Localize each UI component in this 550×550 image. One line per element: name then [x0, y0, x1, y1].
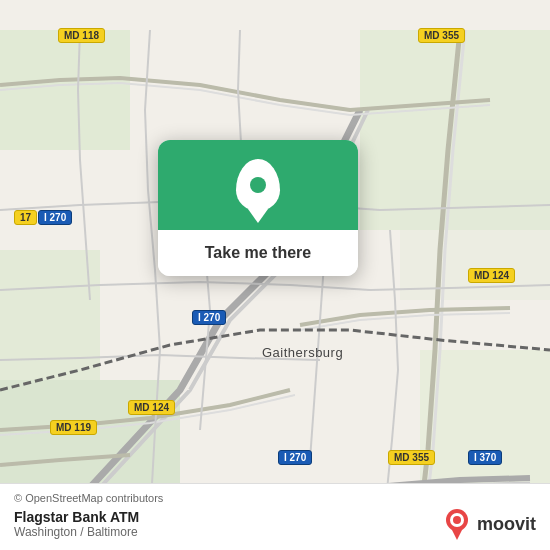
svg-point-9 [453, 516, 461, 524]
location-name: Flagstar Bank ATM [14, 509, 139, 525]
location-pin [234, 161, 282, 209]
road-badge-md119: MD 119 [50, 420, 97, 435]
road-badge-md355-bot: MD 355 [388, 450, 435, 465]
location-info: Flagstar Bank ATM Washington / Baltimore… [14, 508, 536, 540]
svg-marker-10 [451, 528, 463, 540]
location-details: Flagstar Bank ATM Washington / Baltimore [14, 509, 139, 539]
bottom-bar: © OpenStreetMap contributors Flagstar Ba… [0, 483, 550, 550]
svg-rect-0 [0, 30, 130, 150]
road-badge-i270-left: I 270 [38, 210, 72, 225]
moovit-text: moovit [477, 514, 536, 535]
city-label: Gaithersburg [262, 345, 343, 360]
road-badge-i270-bot: I 270 [278, 450, 312, 465]
road-badge-md124-right: MD 124 [468, 268, 515, 283]
location-region: Washington / Baltimore [14, 525, 139, 539]
road-badge-md118: MD 118 [58, 28, 105, 43]
map-attribution: © OpenStreetMap contributors [14, 492, 536, 504]
pin-dot [250, 177, 266, 193]
popup-header [158, 140, 358, 230]
road-badge-i370: I 370 [468, 450, 502, 465]
take-me-there-button[interactable]: Take me there [158, 230, 358, 276]
pin-shape [236, 159, 280, 211]
moovit-logo: moovit [441, 508, 536, 540]
moovit-icon-svg [441, 508, 473, 540]
map-container: MD 118 MD 355 I 270 I 270 I 270 MD 124 M… [0, 0, 550, 550]
road-badge-i270-mid: I 270 [192, 310, 226, 325]
road-badge-md355-top: MD 355 [418, 28, 465, 43]
popup-card: Take me there [158, 140, 358, 276]
road-badge-rt17: 17 [14, 210, 37, 225]
road-badge-md124-bot: MD 124 [128, 400, 175, 415]
